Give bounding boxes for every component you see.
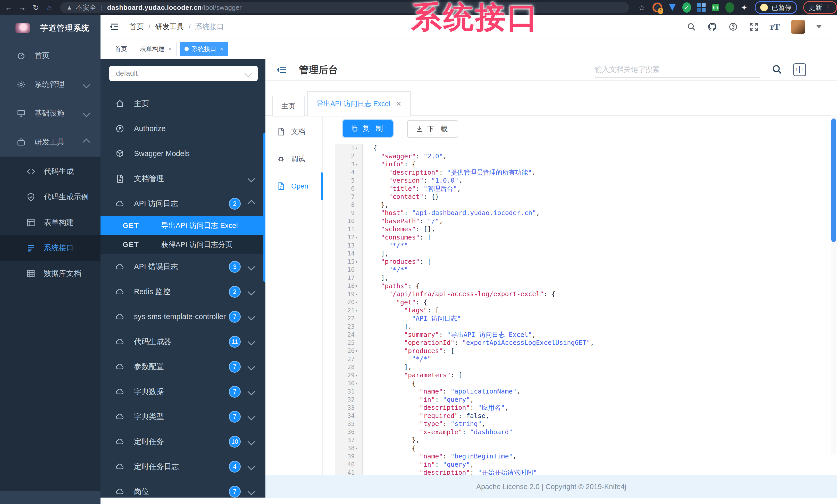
doc-collapse-icon[interactable]	[277, 64, 287, 75]
avatar[interactable]	[791, 20, 805, 34]
swagger-nav-Redis 监控[interactable]: Redis 监控2	[101, 279, 265, 304]
fold-icon[interactable]: ▾	[355, 300, 360, 305]
doc-tab-label: 主页	[281, 101, 295, 111]
swagger-nav-Swagger Models[interactable]: Swagger Models	[101, 141, 265, 166]
home-icon[interactable]: ⌂	[44, 2, 54, 13]
fold-icon[interactable]: ▾	[355, 446, 360, 451]
chevron-down-icon	[248, 438, 255, 446]
api-group-value: default	[116, 69, 138, 77]
sidebar-subitem-数据库文档[interactable]: 数据库文档	[0, 261, 101, 286]
swagger-nav-sys-sms-template-controller[interactable]: sys-sms-template-controller7	[101, 304, 265, 329]
copy-button[interactable]: 复 制	[343, 120, 393, 137]
sidebar-subitem-系统接口[interactable]: 系统接口	[0, 235, 101, 261]
doc-side-tab-Open[interactable]: Open	[265, 175, 322, 198]
swagger-nav-字典类型[interactable]: 字典类型7	[101, 404, 265, 429]
swagger-operation-导出API 访问日志 Excel[interactable]: GET导出API 访问日志 Excel	[101, 216, 265, 235]
extension-icon[interactable]: ✦	[740, 2, 749, 13]
download-button[interactable]: 下 载	[407, 120, 458, 138]
sidebar-item-基础设施[interactable]: 基础设施	[0, 99, 101, 128]
code-text: "version": "1.0.0",	[363, 177, 462, 184]
swagger-nav-参数配置[interactable]: 参数配置7	[101, 354, 265, 379]
api-group-select[interactable]: default	[109, 66, 258, 81]
swagger-operation-获得API 访问日志分页[interactable]: GET获得API 访问日志分页	[101, 235, 265, 254]
paused-pill[interactable]: 已暂停	[755, 1, 797, 14]
tag-首页[interactable]: 首页	[110, 42, 132, 56]
doc-search-icon[interactable]	[771, 64, 782, 75]
breadcrumb-item[interactable]: 首页	[129, 22, 144, 32]
reload-icon[interactable]: ↻	[31, 2, 41, 13]
app-logo-row[interactable]: 芋道管理系统	[0, 15, 101, 41]
scrollbar-thumb[interactable]	[831, 118, 836, 242]
fold-icon[interactable]: ▾	[355, 259, 360, 264]
sidebar-subitem-代码生成示例[interactable]: 代码生成示例	[0, 184, 101, 210]
swagger-sidebar-scrollbar[interactable]	[263, 133, 265, 282]
extension-icon[interactable]	[697, 2, 706, 13]
sidebar-subitem-代码生成[interactable]: 代码生成	[0, 158, 101, 184]
fullscreen-icon[interactable]	[749, 22, 759, 32]
swagger-nav-定时任务日志[interactable]: 定时任务日志4	[101, 454, 265, 479]
code-text: "paths": {	[363, 282, 420, 290]
language-toggle-icon[interactable]: 中	[793, 63, 806, 76]
font-size-icon[interactable]: ᴛT	[770, 22, 780, 32]
swagger-nav-文档管理[interactable]: 文档管理	[101, 166, 265, 191]
sidebar-item-研发工具[interactable]: 研发工具	[0, 128, 101, 156]
fold-icon[interactable]: ▾	[355, 381, 360, 386]
tag-表单构建[interactable]: 表单构建×	[135, 42, 177, 56]
doc-tab-导出API 访问日志 Excel[interactable]: 导出API 访问日志 Excel✕	[307, 91, 411, 116]
chevron-down-icon	[83, 81, 90, 88]
line-number: 11	[335, 225, 363, 233]
fold-icon[interactable]: ▾	[355, 235, 360, 240]
sidebar-item-首页[interactable]: 首页	[0, 41, 101, 70]
tag-系统接口[interactable]: 系统接口×	[180, 42, 228, 56]
sidebar-collapse-icon[interactable]	[110, 22, 119, 32]
kebab-menu-icon[interactable]: ⋮	[825, 4, 832, 12]
swagger-nav-label: 字典数据	[134, 387, 164, 397]
help-icon[interactable]	[729, 22, 738, 32]
swagger-nav-岗位[interactable]: 岗位7	[101, 479, 265, 498]
swagger-nav-Authorize[interactable]: Authorize	[101, 116, 265, 141]
swagger-nav-定时任务[interactable]: 定时任务10	[101, 429, 265, 454]
security-label[interactable]: 不安全	[76, 3, 96, 12]
extension-icon[interactable]	[668, 2, 677, 13]
doc-side-tab-文档[interactable]: 文档	[265, 120, 322, 143]
close-icon[interactable]: ×	[220, 45, 224, 52]
token: "summary"	[404, 331, 439, 338]
doc-search-input[interactable]: 输入文档关键字搜索	[595, 62, 760, 78]
sidebar-subitem-表单构建[interactable]: 表单构建	[0, 210, 101, 235]
extension-icon[interactable]: ✓	[682, 2, 691, 13]
back-icon[interactable]: ←	[4, 2, 14, 13]
doc-tab-主页[interactable]: 主页	[272, 96, 305, 116]
update-pill[interactable]: 更新 ⋮	[803, 1, 837, 14]
extension-icon[interactable]: 6h	[711, 2, 720, 13]
swagger-nav-代码生成器[interactable]: 代码生成器11	[101, 329, 265, 354]
chevron-down-icon[interactable]	[816, 25, 821, 28]
sidebar-item-系统管理[interactable]: 系统管理	[0, 70, 101, 99]
extension-icon[interactable]	[726, 2, 734, 13]
fold-icon[interactable]: ▾	[355, 162, 360, 167]
fold-icon[interactable]: ▾	[355, 146, 360, 151]
doc-side-tab-调试[interactable]: 调试	[265, 148, 322, 170]
fold-icon[interactable]: ▾	[355, 308, 360, 313]
swagger-nav-API 访问日志[interactable]: API 访问日志2	[101, 191, 265, 216]
swagger-nav-主页[interactable]: 主页	[101, 91, 265, 116]
search-icon[interactable]	[687, 22, 696, 32]
swagger-nav-API 错误日志[interactable]: API 错误日志3	[101, 254, 265, 279]
bookmark-star-icon[interactable]: ☆	[637, 2, 647, 13]
address-bar[interactable]: ▲ 不安全 | dashboard.yudao.iocoder.cn /tool…	[60, 2, 629, 13]
github-icon[interactable]	[707, 22, 717, 32]
close-icon[interactable]: ✕	[396, 100, 402, 108]
forward-icon[interactable]: →	[17, 2, 27, 13]
fold-icon[interactable]: ▾	[355, 292, 360, 297]
breadcrumb-item[interactable]: 研发工具	[155, 22, 184, 32]
json-editor[interactable]: 1▾{2"swagger": "2.0",3▾"info": {4"descri…	[335, 144, 827, 476]
fold-icon[interactable]: ▾	[355, 348, 360, 353]
fold-icon[interactable]: ▾	[355, 283, 360, 288]
code-line: 3▾"info": {	[335, 160, 827, 168]
token: :	[420, 217, 428, 225]
swagger-nav-字典数据[interactable]: 字典数据7	[101, 379, 265, 404]
extension-icon[interactable]: 1	[653, 2, 662, 13]
close-icon[interactable]: ×	[168, 45, 172, 52]
line-number-text: 36	[348, 429, 355, 435]
footer: Apache License 2.0 | Copyright © 2019-Kn…	[265, 475, 837, 498]
fold-icon[interactable]: ▾	[355, 373, 360, 378]
